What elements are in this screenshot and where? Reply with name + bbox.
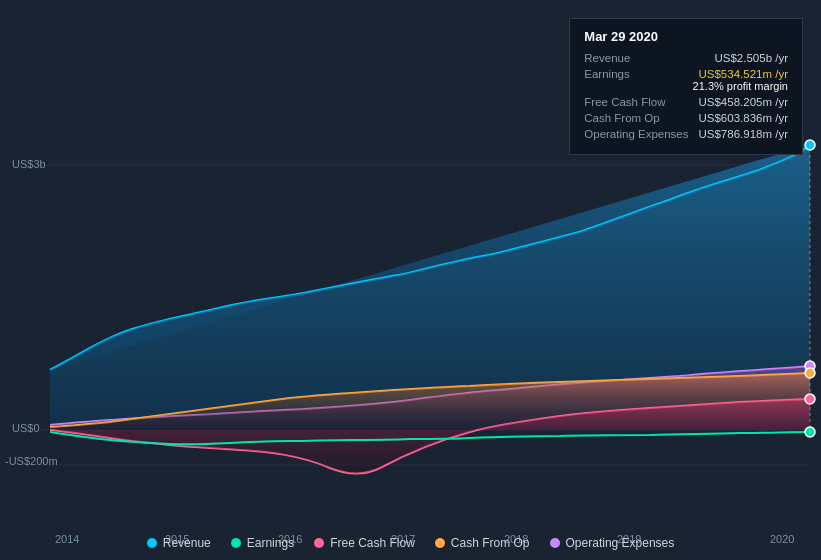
tooltip-value-revenue: US$2.505b /yr [714, 52, 788, 64]
legend-label-revenue: Revenue [163, 536, 211, 550]
legend-dot-earnings [231, 538, 241, 548]
svg-point-7 [805, 394, 815, 404]
y-label-0: US$0 [12, 422, 40, 434]
legend-label-earnings: Earnings [247, 536, 294, 550]
tooltip-value-earnings: US$534.521m /yr 21.3% profit margin [693, 68, 788, 92]
tooltip-label-revenue: Revenue [584, 52, 630, 64]
svg-point-8 [805, 427, 815, 437]
legend-item-cashfromop[interactable]: Cash From Op [435, 536, 530, 550]
svg-point-6 [805, 368, 815, 378]
tooltip-row-cashfromop: Cash From Op US$603.836m /yr [584, 112, 788, 124]
legend-item-opex[interactable]: Operating Expenses [550, 536, 675, 550]
legend-label-fcf: Free Cash Flow [330, 536, 415, 550]
legend-item-fcf[interactable]: Free Cash Flow [314, 536, 415, 550]
legend-item-earnings[interactable]: Earnings [231, 536, 294, 550]
tooltip-label-fcf: Free Cash Flow [584, 96, 665, 108]
legend-label-cashfromop: Cash From Op [451, 536, 530, 550]
legend-label-opex: Operating Expenses [566, 536, 675, 550]
legend-dot-revenue [147, 538, 157, 548]
tooltip-label-earnings: Earnings [584, 68, 629, 80]
legend-dot-opex [550, 538, 560, 548]
y-label-3b: US$3b [12, 158, 46, 170]
tooltip-row-fcf: Free Cash Flow US$458.205m /yr [584, 96, 788, 108]
tooltip-value-fcf: US$458.205m /yr [699, 96, 789, 108]
tooltip-row-earnings: Earnings US$534.521m /yr 21.3% profit ma… [584, 68, 788, 92]
tooltip-row-opex: Operating Expenses US$786.918m /yr [584, 128, 788, 140]
legend-dot-fcf [314, 538, 324, 548]
tooltip-title: Mar 29 2020 [584, 29, 788, 44]
svg-point-4 [805, 140, 815, 150]
tooltip-label-cashfromop: Cash From Op [584, 112, 659, 124]
tooltip-value-opex: US$786.918m /yr [699, 128, 789, 140]
tooltip-label-opex: Operating Expenses [584, 128, 688, 140]
legend-item-revenue[interactable]: Revenue [147, 536, 211, 550]
legend-dot-cashfromop [435, 538, 445, 548]
data-tooltip: Mar 29 2020 Revenue US$2.505b /yr Earnin… [569, 18, 803, 155]
tooltip-value-cashfromop: US$603.836m /yr [699, 112, 789, 124]
tooltip-row-revenue: Revenue US$2.505b /yr [584, 52, 788, 64]
y-label-neg200m: -US$200m [5, 455, 58, 467]
chart-legend: Revenue Earnings Free Cash Flow Cash Fro… [0, 536, 821, 550]
